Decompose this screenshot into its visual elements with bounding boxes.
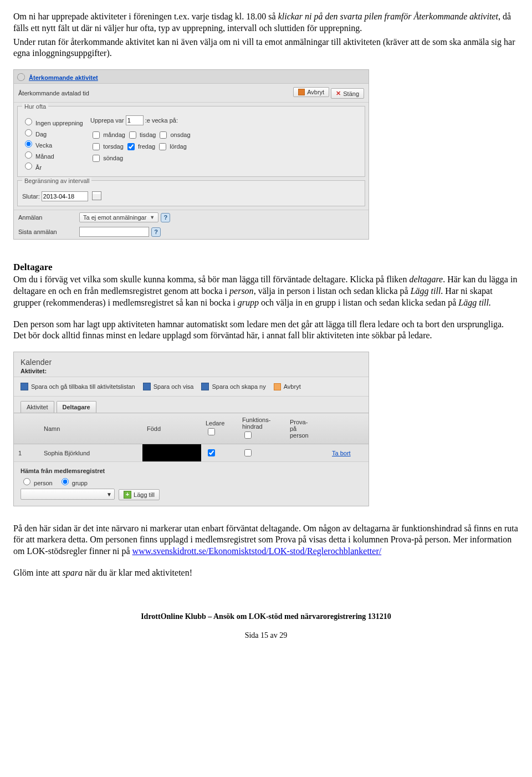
radio-none-label: Ingen upprepning [35, 120, 83, 126]
chk-sunday[interactable]: söndag [90, 155, 123, 161]
footer-mid: av [268, 631, 279, 639]
save-new-label: Spara och skapa ny [212, 383, 265, 390]
chk-friday[interactable]: fredag [125, 143, 155, 150]
row-leader-checkbox[interactable] [208, 449, 215, 456]
recurring-close-label: Stäng [343, 90, 359, 97]
save-back-button[interactable]: Spara och gå tillbaka till aktivitetslis… [21, 383, 135, 390]
after-block: På den här sidan är det inte närvaro ni … [13, 523, 519, 557]
fetch-from-registry: Hämta från medlemsregistret person grupp… [14, 462, 369, 506]
ends-date-input[interactable] [42, 191, 88, 201]
help-icon[interactable]: ? [161, 213, 170, 222]
lok-rules-link[interactable]: www.svenskidrott.se/Ekonomisktstod/LOK-s… [132, 546, 382, 556]
help-icon-2[interactable]: ? [151, 227, 161, 237]
cell-disabled [238, 444, 285, 462]
repeat-post: :e vecka på: [145, 117, 178, 124]
tab-participants[interactable]: Deltagare [57, 401, 96, 413]
signup-select-text: Ta ej emot anmälningar [83, 214, 146, 221]
participants-p2-block: Den person som har lagt upp aktiviteten … [13, 319, 519, 342]
col-num [14, 413, 39, 444]
action-bar: Spara och gå tillbaka till aktivitetslis… [14, 377, 369, 397]
repeat-count-input[interactable] [126, 115, 144, 125]
d-p1h: grupp [238, 298, 259, 307]
radio-month[interactable]: Månad [22, 150, 89, 160]
recurring-header: Återkommande aktivitet [14, 70, 369, 84]
participants-p2: Den person som har lagt upp aktiviteten … [13, 319, 519, 342]
recurring-activity-panel: Återkommande aktivitet Återkommande avta… [13, 69, 369, 240]
d-p1j: Lägg till. [458, 298, 491, 307]
add-button-label: Lägg till [134, 491, 155, 498]
col-disabled: Funktions- hindrad [238, 413, 285, 444]
after-block-2: Glöm inte att spara när du är klar med a… [13, 567, 519, 579]
fetch-radios: person grupp [21, 476, 362, 486]
radio-group-label: grupp [72, 480, 88, 486]
cancel-button[interactable]: Avbryt [274, 383, 301, 390]
recurring-cancel-button[interactable]: Avbryt [293, 87, 329, 97]
last-signup-input[interactable] [79, 227, 149, 237]
calendar-panel: Kalender Aktivitet: Spara och gå tillbak… [13, 352, 369, 506]
save-icon [21, 383, 28, 390]
col-leader-checkbox[interactable] [208, 428, 215, 435]
signup-select[interactable]: Ta ej emot anmälningar ▼ [79, 212, 158, 222]
intro-block: Om ni har upprepade aktiviteter i föreni… [13, 11, 519, 59]
recurring-avtalad-row: Återkommande avtalad tid Avbryt ✕ Stäng [14, 84, 369, 103]
radio-person[interactable]: person [21, 480, 53, 486]
calendar-icon[interactable] [92, 191, 101, 200]
radio-week-label: Vecka [35, 142, 52, 149]
footer-total: 29 [279, 631, 287, 639]
save-icon-2 [143, 383, 151, 390]
chk-thursday[interactable]: torsdag [90, 143, 124, 150]
radio-day[interactable]: Dag [22, 128, 89, 138]
chk-wednesday[interactable]: onsdag [157, 131, 190, 138]
save-new-button[interactable]: Spara och skapa ny [201, 383, 265, 390]
recurring-close-button[interactable]: ✕ Stäng [331, 88, 364, 99]
save-back-label: Spara och gå tillbaka till aktivitetslis… [31, 383, 135, 390]
participants-heading: Deltagare [13, 262, 519, 273]
save-show-button[interactable]: Spara och visa [143, 383, 194, 390]
chk-tuesday[interactable]: tisdag [127, 131, 156, 138]
lbl-wednesday: onsdag [171, 131, 191, 138]
table-row: 1 Sophia Björklund Ta bort [14, 444, 369, 462]
repeat-radio-group: Ingen upprepning Dag Vecka Månad År [22, 115, 89, 172]
calendar-title: Kalender [21, 358, 362, 367]
save-icon-3 [201, 383, 209, 390]
ends-label: Slutar: [22, 193, 40, 200]
participants-section: Deltagare Om du i förväg vet vilka som s… [13, 262, 519, 308]
cell-remove: Ta bort [328, 444, 369, 462]
chevron-down-icon: ▼ [150, 215, 155, 220]
radio-week[interactable]: Vecka [22, 139, 89, 149]
radio-year[interactable]: År [22, 161, 89, 171]
how-often-legend: Hur ofta [22, 103, 48, 110]
col-born: Född [142, 413, 201, 444]
recurring-icon [17, 73, 25, 81]
tab-activity[interactable]: Aktivitet [21, 401, 54, 413]
radio-group[interactable]: grupp [59, 480, 88, 486]
d-p1e: , välja in person i listan och sedan kli… [254, 286, 411, 296]
radio-person-label: person [34, 480, 53, 486]
radio-none[interactable]: Ingen upprepning [22, 116, 89, 126]
d-p1b: deltagare [409, 275, 443, 284]
lbl-tuesday: tisdag [140, 131, 156, 138]
tab-strip: Aktivitet Deltagare [14, 397, 369, 413]
radio-year-label: År [35, 164, 42, 171]
lbl-monday: måndag [103, 131, 125, 138]
cell-name: Sophia Björklund [39, 444, 142, 462]
how-often-fieldset: Hur ofta Ingen upprepning Dag Vecka Måna… [17, 106, 365, 177]
recurring-header-link[interactable]: Återkommande aktivitet [29, 74, 98, 81]
col-name: Namn [39, 413, 142, 444]
radio-month-label: Månad [35, 153, 54, 160]
participants-table: Namn Född Ledare Funktions- hindrad Prov… [14, 413, 369, 462]
col-disabled-checkbox[interactable] [244, 431, 252, 439]
col-leader-text: Ledare [206, 420, 224, 426]
close-icon: ✕ [336, 90, 341, 97]
remove-link[interactable]: Ta bort [332, 450, 351, 456]
calendar-sub: Aktivitet: [21, 368, 362, 374]
lbl-saturday: lördag [170, 143, 187, 150]
recurring-avtalad-label: Återkommande avtalad tid [18, 90, 89, 97]
add-button[interactable]: + Lägg till [119, 489, 160, 500]
chk-saturday[interactable]: lördag [157, 143, 187, 150]
chk-monday[interactable]: måndag [90, 131, 125, 138]
footer-line2: Sida 15 av 29 [13, 631, 519, 640]
after-p2c: när du är klar med aktiviteten! [83, 568, 192, 577]
row-disabled-checkbox[interactable] [244, 449, 252, 456]
fetch-dropdown[interactable]: ▼ [21, 489, 115, 500]
